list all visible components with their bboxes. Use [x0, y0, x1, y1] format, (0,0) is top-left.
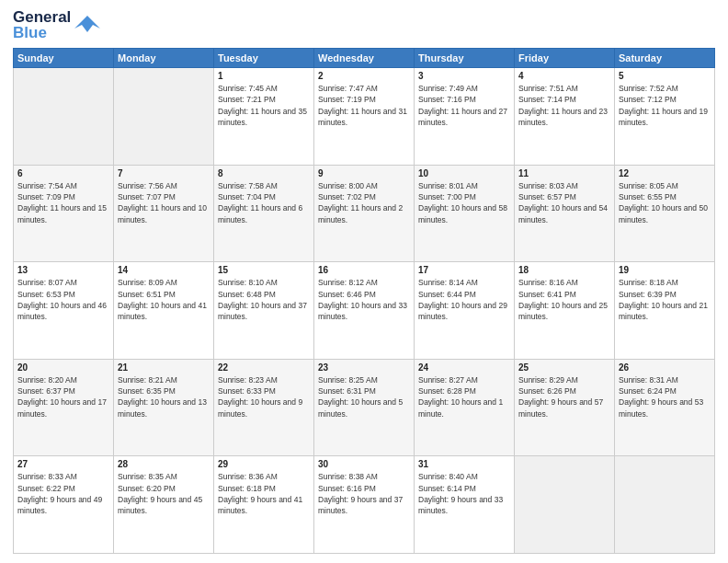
day-number: 20 — [17, 362, 109, 373]
day-info: Sunrise: 8:40 AMSunset: 6:14 PMDaylight:… — [418, 471, 510, 516]
day-info: Sunrise: 8:16 AMSunset: 6:41 PMDaylight:… — [518, 277, 610, 322]
calendar-day-cell: 16Sunrise: 8:12 AMSunset: 6:46 PMDayligh… — [314, 262, 415, 360]
calendar-day-header: Wednesday — [314, 49, 415, 68]
day-info: Sunrise: 8:31 AMSunset: 6:24 PMDaylight:… — [619, 374, 711, 419]
calendar-day-cell: 29Sunrise: 8:36 AMSunset: 6:18 PMDayligh… — [214, 456, 314, 554]
day-number: 6 — [17, 168, 109, 178]
calendar-day-cell: 5Sunrise: 7:52 AMSunset: 7:12 PMDaylight… — [615, 68, 715, 166]
calendar-day-cell: 15Sunrise: 8:10 AMSunset: 6:48 PMDayligh… — [214, 262, 314, 360]
day-number: 5 — [619, 71, 711, 81]
day-number: 3 — [418, 71, 510, 81]
day-number: 21 — [118, 362, 210, 373]
day-number: 8 — [218, 168, 310, 178]
calendar-day-cell: 25Sunrise: 8:29 AMSunset: 6:26 PMDayligh… — [515, 359, 615, 456]
day-info: Sunrise: 8:38 AMSunset: 6:16 PMDaylight:… — [318, 471, 410, 516]
calendar-day-cell: 2Sunrise: 7:47 AMSunset: 7:19 PMDaylight… — [314, 68, 415, 166]
calendar-day-cell: 10Sunrise: 8:01 AMSunset: 7:00 PMDayligh… — [415, 165, 515, 262]
calendar-table: SundayMondayTuesdayWednesdayThursdayFrid… — [13, 48, 715, 554]
day-info: Sunrise: 8:03 AMSunset: 6:57 PMDaylight:… — [518, 180, 610, 225]
day-info: Sunrise: 8:29 AMSunset: 6:26 PMDaylight:… — [518, 374, 610, 419]
day-info: Sunrise: 8:10 AMSunset: 6:48 PMDaylight:… — [218, 277, 310, 322]
day-info: Sunrise: 7:56 AMSunset: 7:07 PMDaylight:… — [118, 180, 210, 225]
calendar-day-cell: 24Sunrise: 8:27 AMSunset: 6:28 PMDayligh… — [415, 359, 515, 456]
calendar-day-cell: 6Sunrise: 7:54 AMSunset: 7:09 PMDaylight… — [14, 165, 114, 262]
day-info: Sunrise: 7:49 AMSunset: 7:16 PMDaylight:… — [418, 83, 510, 128]
day-info: Sunrise: 7:54 AMSunset: 7:09 PMDaylight:… — [17, 180, 109, 225]
day-info: Sunrise: 8:20 AMSunset: 6:37 PMDaylight:… — [17, 374, 109, 419]
calendar-day-cell: 9Sunrise: 8:00 AMSunset: 7:02 PMDaylight… — [314, 165, 415, 262]
logo-bird-icon — [74, 12, 100, 38]
calendar-day-header: Monday — [114, 49, 214, 68]
day-number: 14 — [118, 265, 210, 275]
day-info: Sunrise: 8:35 AMSunset: 6:20 PMDaylight:… — [118, 471, 210, 516]
day-number: 17 — [418, 265, 510, 275]
calendar-week-row: 20Sunrise: 8:20 AMSunset: 6:37 PMDayligh… — [14, 359, 715, 456]
day-number: 10 — [418, 168, 510, 178]
calendar-day-cell: 8Sunrise: 7:58 AMSunset: 7:04 PMDaylight… — [214, 165, 314, 262]
calendar-day-cell: 17Sunrise: 8:14 AMSunset: 6:44 PMDayligh… — [415, 262, 515, 360]
header: General Blue — [13, 9, 715, 40]
day-number: 18 — [518, 265, 610, 275]
calendar-day-header: Saturday — [615, 49, 715, 68]
calendar-week-row: 1Sunrise: 7:45 AMSunset: 7:21 PMDaylight… — [14, 68, 715, 166]
calendar-day-cell: 26Sunrise: 8:31 AMSunset: 6:24 PMDayligh… — [615, 359, 715, 456]
day-info: Sunrise: 8:14 AMSunset: 6:44 PMDaylight:… — [418, 277, 510, 322]
day-info: Sunrise: 8:09 AMSunset: 6:51 PMDaylight:… — [118, 277, 210, 322]
calendar-day-cell: 18Sunrise: 8:16 AMSunset: 6:41 PMDayligh… — [515, 262, 615, 360]
day-number: 28 — [118, 459, 210, 469]
calendar-day-cell: 31Sunrise: 8:40 AMSunset: 6:14 PMDayligh… — [415, 456, 515, 554]
day-number: 27 — [17, 459, 109, 469]
day-info: Sunrise: 7:58 AMSunset: 7:04 PMDaylight:… — [218, 180, 310, 225]
calendar-day-header: Sunday — [14, 49, 114, 68]
day-info: Sunrise: 8:27 AMSunset: 6:28 PMDaylight:… — [418, 374, 510, 419]
day-info: Sunrise: 7:52 AMSunset: 7:12 PMDaylight:… — [619, 83, 711, 128]
calendar-day-cell: 27Sunrise: 8:33 AMSunset: 6:22 PMDayligh… — [14, 456, 114, 554]
day-info: Sunrise: 8:05 AMSunset: 6:55 PMDaylight:… — [619, 180, 711, 225]
calendar-day-cell: 19Sunrise: 8:18 AMSunset: 6:39 PMDayligh… — [615, 262, 715, 360]
calendar-day-cell: 3Sunrise: 7:49 AMSunset: 7:16 PMDaylight… — [415, 68, 515, 166]
calendar-week-row: 6Sunrise: 7:54 AMSunset: 7:09 PMDaylight… — [14, 165, 715, 262]
day-number: 26 — [619, 362, 711, 373]
day-number: 4 — [518, 71, 610, 81]
calendar-day-cell — [14, 68, 114, 166]
calendar-week-row: 27Sunrise: 8:33 AMSunset: 6:22 PMDayligh… — [14, 456, 715, 554]
day-number: 16 — [318, 265, 410, 275]
day-number: 31 — [418, 459, 510, 469]
day-info: Sunrise: 8:25 AMSunset: 6:31 PMDaylight:… — [318, 374, 410, 419]
page: General Blue SundayMondayTuesdayWednesda… — [0, 0, 728, 563]
day-info: Sunrise: 8:07 AMSunset: 6:53 PMDaylight:… — [17, 277, 109, 322]
calendar-day-header: Friday — [515, 49, 615, 68]
day-info: Sunrise: 7:51 AMSunset: 7:14 PMDaylight:… — [518, 83, 610, 128]
logo: General Blue — [13, 9, 100, 40]
calendar-day-cell: 20Sunrise: 8:20 AMSunset: 6:37 PMDayligh… — [14, 359, 114, 456]
day-info: Sunrise: 8:00 AMSunset: 7:02 PMDaylight:… — [318, 180, 410, 225]
day-number: 11 — [518, 168, 610, 178]
day-info: Sunrise: 8:33 AMSunset: 6:22 PMDaylight:… — [17, 471, 109, 516]
logo-general: General — [13, 9, 71, 25]
day-info: Sunrise: 7:45 AMSunset: 7:21 PMDaylight:… — [218, 83, 310, 128]
day-number: 22 — [218, 362, 310, 373]
day-number: 2 — [318, 71, 410, 81]
day-number: 7 — [118, 168, 210, 178]
day-number: 15 — [218, 265, 310, 275]
day-number: 25 — [518, 362, 610, 373]
calendar-week-row: 13Sunrise: 8:07 AMSunset: 6:53 PMDayligh… — [14, 262, 715, 360]
calendar-day-cell — [615, 456, 715, 554]
calendar-day-cell: 7Sunrise: 7:56 AMSunset: 7:07 PMDaylight… — [114, 165, 214, 262]
calendar-day-header: Thursday — [415, 49, 515, 68]
day-info: Sunrise: 8:23 AMSunset: 6:33 PMDaylight:… — [218, 374, 310, 419]
calendar-day-cell: 22Sunrise: 8:23 AMSunset: 6:33 PMDayligh… — [214, 359, 314, 456]
calendar-day-cell: 21Sunrise: 8:21 AMSunset: 6:35 PMDayligh… — [114, 359, 214, 456]
calendar-day-cell — [114, 68, 214, 166]
day-info: Sunrise: 8:36 AMSunset: 6:18 PMDaylight:… — [218, 471, 310, 516]
calendar-day-cell: 14Sunrise: 8:09 AMSunset: 6:51 PMDayligh… — [114, 262, 214, 360]
day-info: Sunrise: 7:47 AMSunset: 7:19 PMDaylight:… — [318, 83, 410, 128]
calendar-day-cell: 11Sunrise: 8:03 AMSunset: 6:57 PMDayligh… — [515, 165, 615, 262]
calendar-day-cell: 1Sunrise: 7:45 AMSunset: 7:21 PMDaylight… — [214, 68, 314, 166]
day-number: 30 — [318, 459, 410, 469]
day-number: 1 — [218, 71, 310, 81]
day-info: Sunrise: 8:12 AMSunset: 6:46 PMDaylight:… — [318, 277, 410, 322]
calendar-day-header: Tuesday — [214, 49, 314, 68]
day-number: 23 — [318, 362, 410, 373]
calendar-day-cell — [515, 456, 615, 554]
